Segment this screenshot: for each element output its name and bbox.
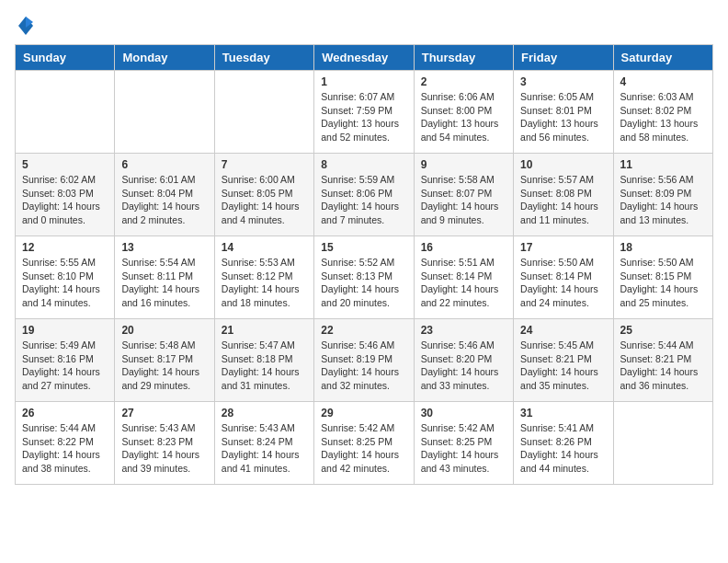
calendar-cell: 30Sunrise: 5:42 AMSunset: 8:25 PMDayligh… (414, 402, 513, 485)
day-info: Sunrise: 5:50 AMSunset: 8:14 PMDaylight:… (520, 256, 606, 310)
day-number: 23 (421, 324, 506, 337)
calendar-cell: 29Sunrise: 5:42 AMSunset: 8:25 PMDayligh… (314, 402, 414, 485)
calendar-cell: 10Sunrise: 5:57 AMSunset: 8:08 PMDayligh… (514, 154, 613, 236)
day-number: 18 (620, 241, 706, 254)
day-info: Sunrise: 5:43 AMSunset: 8:24 PMDaylight:… (222, 421, 307, 476)
calendar-cell: 12Sunrise: 5:55 AMSunset: 8:10 PMDayligh… (16, 236, 115, 319)
col-header-tuesday: Tuesday (214, 45, 313, 71)
col-header-wednesday: Wednesday (314, 45, 414, 71)
calendar-cell: 24Sunrise: 5:45 AMSunset: 8:21 PMDayligh… (514, 319, 613, 402)
day-info: Sunrise: 6:03 AMSunset: 8:02 PMDaylight:… (620, 90, 706, 144)
day-number: 30 (421, 407, 506, 419)
day-number: 20 (121, 324, 207, 337)
day-info: Sunrise: 6:01 AMSunset: 8:04 PMDaylight:… (121, 173, 207, 227)
day-info: Sunrise: 5:42 AMSunset: 8:25 PMDaylight:… (321, 421, 406, 476)
col-header-thursday: Thursday (414, 45, 513, 71)
day-info: Sunrise: 6:00 AMSunset: 8:05 PMDaylight:… (222, 173, 307, 227)
calendar-week-row: 12Sunrise: 5:55 AMSunset: 8:10 PMDayligh… (16, 236, 713, 319)
calendar-cell: 16Sunrise: 5:51 AMSunset: 8:14 PMDayligh… (414, 236, 513, 319)
calendar-table: SundayMondayTuesdayWednesdayThursdayFrid… (15, 44, 713, 485)
day-number: 1 (321, 75, 406, 88)
calendar-cell: 9Sunrise: 5:58 AMSunset: 8:07 PMDaylight… (414, 154, 513, 236)
calendar-cell: 7Sunrise: 6:00 AMSunset: 8:05 PMDaylight… (214, 154, 313, 236)
calendar-cell: 25Sunrise: 5:44 AMSunset: 8:21 PMDayligh… (613, 319, 712, 402)
day-info: Sunrise: 5:47 AMSunset: 8:18 PMDaylight:… (222, 339, 307, 393)
day-info: Sunrise: 5:45 AMSunset: 8:21 PMDaylight:… (520, 339, 606, 393)
calendar-cell: 14Sunrise: 5:53 AMSunset: 8:12 PMDayligh… (214, 236, 313, 319)
day-number: 17 (520, 241, 606, 254)
day-info: Sunrise: 6:07 AMSunset: 7:59 PMDaylight:… (321, 90, 406, 144)
day-number: 7 (222, 158, 307, 171)
day-info: Sunrise: 5:44 AMSunset: 8:22 PMDaylight:… (22, 421, 108, 476)
day-number: 24 (520, 324, 606, 337)
day-info: Sunrise: 5:44 AMSunset: 8:21 PMDaylight:… (620, 339, 706, 393)
page-header (15, 15, 713, 37)
logo-icon (17, 15, 35, 37)
day-number: 13 (121, 241, 207, 254)
day-number: 28 (222, 407, 307, 419)
day-number: 14 (222, 241, 307, 254)
day-info: Sunrise: 5:42 AMSunset: 8:25 PMDaylight:… (421, 421, 506, 476)
day-info: Sunrise: 5:50 AMSunset: 8:15 PMDaylight:… (620, 256, 706, 310)
calendar-cell: 23Sunrise: 5:46 AMSunset: 8:20 PMDayligh… (414, 319, 513, 402)
day-number: 6 (121, 158, 207, 171)
day-info: Sunrise: 5:55 AMSunset: 8:10 PMDaylight:… (22, 256, 108, 310)
day-info: Sunrise: 6:06 AMSunset: 8:00 PMDaylight:… (421, 90, 506, 144)
day-info: Sunrise: 5:52 AMSunset: 8:13 PMDaylight:… (321, 256, 406, 310)
day-info: Sunrise: 5:43 AMSunset: 8:23 PMDaylight:… (121, 421, 207, 476)
calendar-cell: 28Sunrise: 5:43 AMSunset: 8:24 PMDayligh… (214, 402, 313, 485)
day-info: Sunrise: 5:54 AMSunset: 8:11 PMDaylight:… (121, 256, 207, 310)
day-number: 2 (421, 75, 506, 88)
calendar-cell: 27Sunrise: 5:43 AMSunset: 8:23 PMDayligh… (115, 402, 214, 485)
day-number: 12 (22, 241, 108, 254)
calendar-cell: 5Sunrise: 6:02 AMSunset: 8:03 PMDaylight… (16, 154, 115, 236)
col-header-sunday: Sunday (16, 45, 115, 71)
day-number: 31 (520, 407, 606, 419)
day-info: Sunrise: 5:51 AMSunset: 8:14 PMDaylight:… (421, 256, 506, 310)
day-info: Sunrise: 5:48 AMSunset: 8:17 PMDaylight:… (121, 339, 207, 393)
day-number: 8 (321, 158, 406, 171)
day-number: 15 (321, 241, 406, 254)
calendar-cell: 26Sunrise: 5:44 AMSunset: 8:22 PMDayligh… (16, 402, 115, 485)
calendar-header-row: SundayMondayTuesdayWednesdayThursdayFrid… (16, 45, 713, 71)
calendar-cell: 18Sunrise: 5:50 AMSunset: 8:15 PMDayligh… (613, 236, 712, 319)
calendar-cell: 15Sunrise: 5:52 AMSunset: 8:13 PMDayligh… (314, 236, 414, 319)
day-info: Sunrise: 6:05 AMSunset: 8:01 PMDaylight:… (520, 90, 606, 144)
day-info: Sunrise: 5:49 AMSunset: 8:16 PMDaylight:… (22, 339, 108, 393)
calendar-cell: 4Sunrise: 6:03 AMSunset: 8:02 PMDaylight… (613, 71, 712, 154)
calendar-cell (16, 71, 115, 154)
day-number: 19 (22, 324, 108, 337)
calendar-cell: 21Sunrise: 5:47 AMSunset: 8:18 PMDayligh… (214, 319, 313, 402)
calendar-cell: 22Sunrise: 5:46 AMSunset: 8:19 PMDayligh… (314, 319, 414, 402)
day-number: 29 (321, 407, 406, 419)
calendar-cell: 1Sunrise: 6:07 AMSunset: 7:59 PMDaylight… (314, 71, 414, 154)
calendar-week-row: 26Sunrise: 5:44 AMSunset: 8:22 PMDayligh… (16, 402, 713, 485)
day-number: 3 (520, 75, 606, 88)
calendar-cell: 17Sunrise: 5:50 AMSunset: 8:14 PMDayligh… (514, 236, 613, 319)
day-number: 4 (620, 75, 706, 88)
calendar-week-row: 19Sunrise: 5:49 AMSunset: 8:16 PMDayligh… (16, 319, 713, 402)
calendar-cell (613, 402, 712, 485)
calendar-cell: 2Sunrise: 6:06 AMSunset: 8:00 PMDaylight… (414, 71, 513, 154)
calendar-cell: 6Sunrise: 6:01 AMSunset: 8:04 PMDaylight… (115, 154, 214, 236)
day-number: 9 (421, 158, 506, 171)
calendar-week-row: 5Sunrise: 6:02 AMSunset: 8:03 PMDaylight… (16, 154, 713, 236)
day-number: 11 (620, 158, 706, 171)
calendar-week-row: 1Sunrise: 6:07 AMSunset: 7:59 PMDaylight… (16, 71, 713, 154)
day-info: Sunrise: 6:02 AMSunset: 8:03 PMDaylight:… (22, 173, 108, 227)
day-number: 16 (421, 241, 506, 254)
calendar-cell: 11Sunrise: 5:56 AMSunset: 8:09 PMDayligh… (613, 154, 712, 236)
calendar-cell: 31Sunrise: 5:41 AMSunset: 8:26 PMDayligh… (514, 402, 613, 485)
col-header-friday: Friday (514, 45, 613, 71)
calendar-cell (115, 71, 214, 154)
day-info: Sunrise: 5:58 AMSunset: 8:07 PMDaylight:… (421, 173, 506, 227)
col-header-monday: Monday (115, 45, 214, 71)
day-info: Sunrise: 5:46 AMSunset: 8:19 PMDaylight:… (321, 339, 406, 393)
calendar-cell: 20Sunrise: 5:48 AMSunset: 8:17 PMDayligh… (115, 319, 214, 402)
col-header-saturday: Saturday (613, 45, 712, 71)
day-number: 10 (520, 158, 606, 171)
day-info: Sunrise: 5:46 AMSunset: 8:20 PMDaylight:… (421, 339, 506, 393)
calendar-cell: 19Sunrise: 5:49 AMSunset: 8:16 PMDayligh… (16, 319, 115, 402)
day-number: 26 (22, 407, 108, 419)
day-info: Sunrise: 5:41 AMSunset: 8:26 PMDaylight:… (520, 421, 606, 476)
